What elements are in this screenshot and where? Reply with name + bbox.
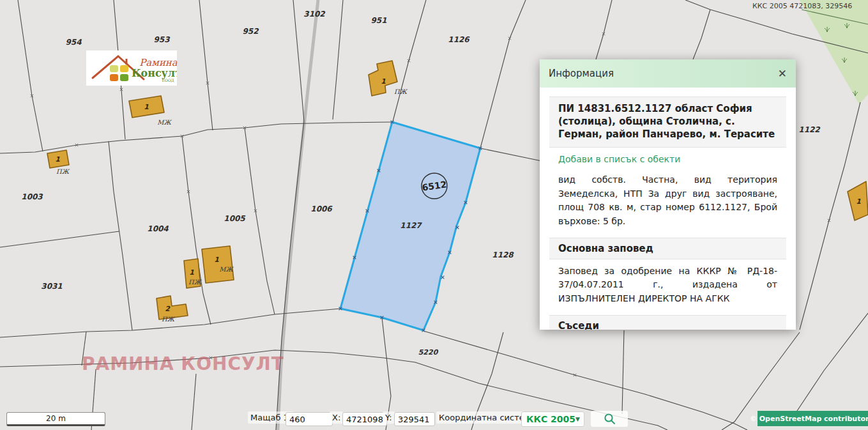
svg-text:952: 952 [242,27,259,36]
info-panel-body: ПИ 14831.6512.1127 област София (столица… [540,88,796,330]
watermark-text: РАМИНА КОНСУЛТ [82,353,284,374]
svg-text:МЖ: МЖ [219,266,234,273]
svg-text:3031: 3031 [41,282,62,291]
info-panel-title: Информация [549,68,778,79]
close-icon[interactable]: ✕ [778,68,787,79]
svg-text:1122: 1122 [798,125,821,134]
svg-text:5220: 5220 [418,348,439,357]
svg-text:1: 1 [189,268,194,277]
logo-graphic: Рамина Консулт ЕООД [86,50,177,86]
svg-text:ПЖ: ПЖ [394,88,408,95]
svg-text:1004: 1004 [147,224,169,233]
info-panel-header: Информация ✕ [540,59,796,88]
building [202,246,234,283]
svg-text:1: 1 [144,103,149,111]
svg-text:ПЖ: ПЖ [162,316,176,323]
svg-text:3102: 3102 [303,10,326,19]
svg-text:1: 1 [214,256,219,264]
svg-text:1005: 1005 [224,214,246,223]
property-details: вид собств. Частна, вид територия Земеде… [549,168,786,235]
svg-text:1: 1 [55,155,60,164]
svg-text:МЖ: МЖ [157,119,172,126]
order-text: Заповед за одобрение на КККР № РД-18-37/… [549,259,786,312]
add-to-list-link[interactable]: Добави в списък с обекти [549,148,786,168]
svg-text:1003: 1003 [21,192,43,201]
y-coordinate-input[interactable] [394,412,435,426]
selected-parcel-number: 1127 [400,221,422,230]
scale-input[interactable] [286,412,333,426]
logo-line3: ЕООД [162,78,174,82]
crs-selected-value: ККС 2005 [522,414,575,424]
info-panel: Информация ✕ ПИ 14831.6512.1127 област С… [540,59,796,330]
svg-text:1126: 1126 [448,35,470,44]
order-section-header: Основна заповед [549,238,786,259]
svg-text:1: 1 [856,197,861,206]
svg-text:1128: 1128 [492,250,514,259]
property-title: ПИ 14831.6512.1127 област София (столица… [549,96,786,148]
osm-attribution[interactable]: © OpenStreetMap contributors. [758,411,868,426]
x-coordinate-input[interactable] [342,412,387,426]
svg-text:954: 954 [65,38,82,47]
chevron-down-icon: ▼ [575,416,584,422]
svg-text:1006: 1006 [310,204,333,213]
y-coordinate-label: Y: [383,411,395,424]
svg-text:ПЖ: ПЖ [188,279,202,286]
svg-text:1: 1 [381,77,386,86]
svg-text:2: 2 [165,305,171,313]
cursor-coordinates-readout: ККС 2005 4721083, 329546 [752,2,852,10]
svg-text:953: 953 [153,35,171,44]
crs-dropdown[interactable]: ККС 2005 ▼ [521,411,584,427]
search-button[interactable] [591,411,628,427]
scale-bar: 20 m [6,412,105,426]
svg-text:951: 951 [370,16,386,25]
neighbors-section-header: Съседи [549,315,786,330]
search-icon [604,413,616,425]
company-logo: Рамина Консулт ЕООД [86,50,177,86]
svg-text:ПЖ: ПЖ [56,168,70,175]
x-coordinate-label: X: [330,411,343,424]
